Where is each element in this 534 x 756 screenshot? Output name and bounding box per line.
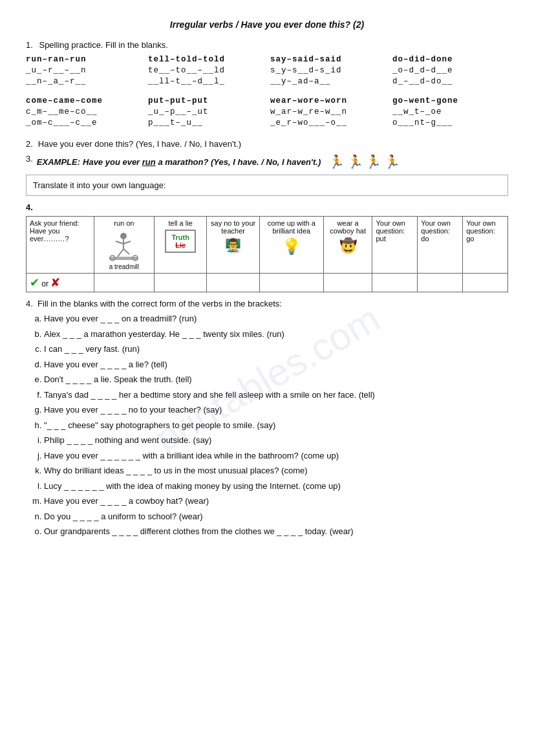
table-row-cell-go [463, 274, 508, 292]
spelling-grid-2: come–came–come c_m–__me–co__ _om–c___–c_… [26, 96, 508, 127]
list-item: Have you ever _ _ _ on a treadmill? (run… [44, 312, 508, 325]
svg-rect-6 [109, 257, 138, 260]
list-item: Philip _ _ _ _ nothing and went outside.… [44, 434, 508, 447]
spell-blank-wear-1: w_ar–w_re–w__n [270, 107, 386, 116]
spell-base-come: come–came–come [26, 96, 142, 105]
list-item: Have you ever _ _ _ _ _ _ with a brillia… [44, 449, 508, 462]
section2-number: 2. [26, 139, 33, 149]
spell-base-wear: wear–wore–worn [270, 96, 386, 105]
list-item: Have you ever _ _ _ _ no to your teacher… [44, 404, 508, 416]
crossmark-icon: ✘ [50, 276, 60, 289]
list-item: "_ _ _ cheese" say photographers to get … [44, 419, 508, 432]
fill-blanks-section: 4. Fill in the blanks with the correct f… [26, 299, 508, 538]
spell-blank-come-2: _om–c___–c__e [26, 118, 142, 127]
fill-list: Have you ever _ _ _ on a treadmill? (run… [26, 312, 508, 538]
translate-label: Translate it into your own language: [33, 180, 166, 190]
table-row-cell-wear [323, 274, 372, 292]
section1-number: 1. [26, 40, 33, 50]
spell-group-go: go–went–gone __w_t–_oe o___nt–g___ [392, 96, 508, 127]
table-header-say: say no to your teacher 👨‍🏫 [207, 217, 259, 274]
spell-group-tell: tell–told–told te__–to__–__ld __ll–t__–d… [148, 55, 264, 86]
table-row-cell-come [259, 274, 323, 292]
spell-group-come: come–came–come c_m–__me–co__ _om–c___–c_… [26, 96, 142, 127]
list-item: Tanya's dad _ _ _ _ her a bedtime story … [44, 389, 508, 402]
spell-group-do: do–did–done _o–d_d–d__e d_–__d–do__ [392, 55, 508, 86]
spell-blank-say-1: s_y–s__d–s_id [270, 66, 386, 75]
table-row-cell-put [372, 274, 418, 292]
table-header-wear: wear a cowboy hat 🤠 [323, 217, 372, 274]
spell-group-run: run–ran–run _u_–r__–__n __n–_a_–r__ [26, 55, 142, 86]
section3-number: 3. [26, 154, 33, 164]
spell-blank-tell-2: __ll–t__–d__l_ [148, 77, 264, 86]
list-item: Alex _ _ _ a marathon yesterday. He _ _ … [44, 328, 508, 341]
table-row-cell-say [207, 274, 259, 292]
spelling-grid: run–ran–run _u_–r__–__n __n–_a_–r__ tell… [26, 55, 508, 86]
spell-blank-run-1: _u_–r__–__n [26, 66, 142, 75]
spell-base-put: put–put–put [148, 96, 264, 105]
list-item: Don't _ _ _ _ a lie. Speak the truth. (t… [44, 373, 508, 386]
spell-blank-run-2: __n–_a_–r__ [26, 77, 142, 86]
treadmill-icon [106, 230, 142, 262]
svg-point-0 [120, 233, 127, 239]
fill-section-header: 4. Fill in the blanks with the correct f… [26, 299, 508, 308]
section4-number: 4. [26, 202, 33, 212]
spell-blank-come-1: c_m–__me–co__ [26, 107, 142, 116]
table-row-cell-tell [154, 274, 206, 292]
section3-content: EXAMPLE: Have you ever run a marathon? (… [37, 154, 400, 169]
spell-blank-do-1: _o–d_d–d__e [392, 66, 508, 75]
table-header-own-do: Your own question: do [418, 217, 463, 274]
list-item: Have you ever _ _ _ _ a lie? (tell) [44, 358, 508, 371]
table-header-come-up: come up with a brilliant idea 💡 [259, 217, 323, 274]
activity-table: Ask your friend: Have you ever………? run o… [26, 216, 508, 292]
list-item: Our grandparents _ _ _ _ different cloth… [44, 525, 508, 538]
list-item: Have you ever _ _ _ _ a cowboy hat? (wea… [44, 495, 508, 508]
table-row-cell-do [418, 274, 463, 292]
spell-base-say: say–said–said [270, 55, 386, 64]
table-header-ask: Ask your friend: Have you ever………? [27, 217, 94, 274]
section3-example-label: EXAMPLE: [37, 157, 80, 167]
section1-label: Spelling practice. Fill in the blanks. [39, 40, 167, 50]
runners-icon: 🏃 🏃 🏃 🏃 [328, 154, 400, 169]
spell-blank-wear-2: _e_r–wo___–o__ [270, 118, 386, 127]
list-item: Do you _ _ _ _ a uniform to school? (wea… [44, 510, 508, 523]
section2-label: Have you ever done this? (Yes, I have. /… [38, 139, 241, 149]
spell-blank-do-2: d_–__d–do__ [392, 77, 508, 86]
table-header-run: run on a treadmill [94, 217, 154, 274]
checkmark-icon: ✔ [30, 276, 39, 289]
spell-base-go: go–went–gone [392, 96, 508, 105]
spell-base-tell: tell–told–told [148, 55, 264, 64]
spell-blank-go-1: __w_t–_oe [392, 107, 508, 116]
spell-blank-go-2: o___nt–g___ [392, 118, 508, 127]
table-header-tell: tell a lie Truth Lie [154, 217, 206, 274]
spell-blank-say-2: __y–_ad–a__ [270, 77, 386, 86]
table-or-cell: ✔ or ✘ [27, 274, 94, 292]
section3-text: Have you ever run a marathon? (Yes, I ha… [83, 157, 321, 167]
spell-group-say: say–said–said s_y–s__d–s_id __y–_ad–a__ [270, 55, 386, 86]
table-header-own-put: Your own question: put [372, 217, 418, 274]
svg-line-5 [123, 249, 129, 254]
spell-base-do: do–did–done [392, 55, 508, 64]
list-item: I can _ _ _ very fast. (run) [44, 343, 508, 356]
svg-line-4 [118, 249, 123, 257]
spell-group-wear: wear–wore–worn w_ar–w_re–w__n _e_r–wo___… [270, 96, 386, 127]
svg-line-2 [116, 241, 123, 244]
list-item: Lucy _ _ _ _ _ _ with the idea of making… [44, 480, 508, 493]
table-header-own-go: Your own question: go [463, 217, 508, 274]
spell-blank-tell-1: te__–to__–__ld [148, 66, 264, 75]
list-item: Why do brilliant ideas _ _ _ _ to us in … [44, 464, 508, 477]
spell-base-run: run–ran–run [26, 55, 142, 64]
svg-line-3 [123, 241, 131, 244]
page-title: Irregular verbs / Have you ever done thi… [26, 19, 508, 30]
spell-group-put: put–put–put _u_–p__–_ut p___t–_u__ [148, 96, 264, 127]
or-text: or [41, 279, 50, 288]
table-row-cell-run [94, 274, 154, 292]
translate-box: Translate it into your own language: [26, 175, 508, 196]
spell-blank-put-2: p___t–_u__ [148, 118, 264, 127]
spell-blank-put-1: _u_–p__–_ut [148, 107, 264, 116]
